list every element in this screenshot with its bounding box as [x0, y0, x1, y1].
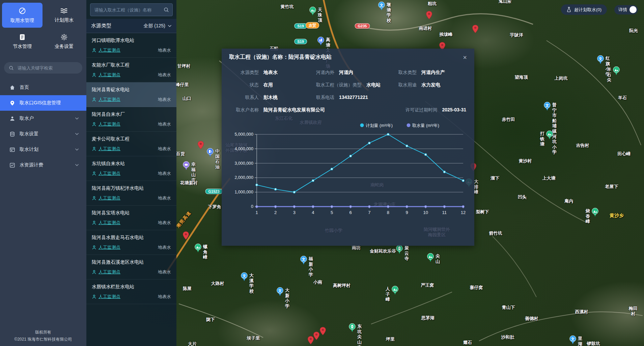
station-list-item[interactable]: 陆河县南万镇杞洋水电站 人工监测点 地表水: [86, 181, 176, 206]
app-tile-4[interactable]: 业务设置: [44, 29, 84, 54]
station-list-item[interactable]: 陆河县宝塔水电站 人工监测点 地表水: [86, 206, 176, 230]
monitor-point-link[interactable]: 人工监测点: [92, 146, 120, 152]
app-tile-3[interactable]: 节水管理: [2, 29, 43, 54]
billing-icon: [9, 162, 15, 168]
map-poi-school-icon[interactable]: 文福新小学: [300, 256, 307, 266]
station-list-item[interactable]: 陆河县激石溪老区水电站 人工监测点 地表水: [86, 255, 176, 280]
map-red-pin[interactable]: [313, 331, 320, 342]
station-name: 麦卡公司取水工程: [92, 136, 171, 142]
map-place-label: 田心嶂: [618, 151, 631, 157]
map-place-label: 百货: [176, 151, 185, 157]
map-poi-school-icon[interactable]: 文普宁市船埔镇 河坑小学: [543, 102, 551, 112]
app-tile-2[interactable]: 计划用水: [44, 3, 84, 28]
station-search[interactable]: [90, 3, 173, 16]
map-place-label: 溜下: [491, 176, 499, 181]
station-list-item[interactable]: 水唇镇水栏肚水电站 人工监测点 地表水: [86, 280, 176, 304]
monitor-point-link[interactable]: 人工监测点: [92, 170, 120, 177]
map-red-pin[interactable]: [183, 231, 189, 241]
map-poi-mountain-icon[interactable]: 打铁塘: [546, 130, 553, 141]
map-poi-school-icon[interactable]: 文大新小学: [276, 287, 284, 297]
map-place-label: 下罗角: [208, 204, 221, 210]
sidebar-search-input[interactable]: [17, 65, 78, 71]
map-place-label: 坝子里: [247, 336, 260, 341]
monitor-point-link[interactable]: 人工监测点: [92, 47, 120, 53]
monitor-point-link[interactable]: 人工监测点: [92, 269, 120, 275]
map-red-pin[interactable]: [426, 11, 432, 21]
station-list-item[interactable]: 东坑镇自来水站 人工监测点 地表水: [86, 156, 176, 181]
svg-text:文: 文: [278, 289, 282, 293]
station-list-item[interactable]: 陆河县青碇水电站 人工监测点 地表水: [86, 82, 176, 107]
svg-text:12: 12: [461, 210, 466, 215]
map-place-label: 严王窝: [421, 283, 434, 288]
sidebar-menu-item-2[interactable]: 取水口GIS信息管理: [0, 95, 86, 111]
map-poi-resort-icon[interactable]: 幸福山庄: [183, 161, 190, 171]
app-tile-1[interactable]: 取用水管理: [2, 3, 43, 28]
monitor-point-link[interactable]: 人工监测点: [92, 195, 120, 201]
map-red-pin[interactable]: [472, 25, 479, 35]
map-poi-mountain-icon[interactable]: 天珠顶: [309, 6, 316, 17]
over-plan-button[interactable]: 超计划取水(0): [561, 4, 607, 15]
monitor-point-link[interactable]: 人工监测点: [92, 97, 120, 103]
svg-text:11: 11: [442, 210, 447, 215]
map-place-label: 鬼山岽: [499, 0, 512, 4]
plan-vs-intake-chart: 01,000,0002,000,0003,000,0004,000,0005,0…: [230, 121, 466, 222]
station-list-item[interactable]: 陆河县水唇走马石水电站 人工监测点 地表水: [86, 230, 176, 255]
map-place-label: 老屋下: [605, 184, 618, 189]
map-place-label: 南进村: [419, 26, 432, 31]
svg-text:计划量 (m³/年): 计划量 (m³/年): [366, 123, 393, 128]
toggle-knob[interactable]: [629, 6, 637, 13]
map-poi-school-icon[interactable]: 文里湖小学: [569, 335, 577, 346]
map-poi-mountain-icon[interactable]: 尖山: [427, 253, 434, 263]
map-poi-mountain-icon[interactable]: 人子嶂: [391, 286, 399, 296]
map-place-label: 庵内: [564, 198, 573, 204]
map-place-label: 梨树下: [476, 209, 489, 215]
filter-dropdown[interactable]: 全部 (125): [143, 23, 172, 29]
chevron-down-icon: [75, 117, 79, 120]
sidebar-menu-item-6[interactable]: 水资源计费: [0, 157, 86, 173]
map-poi-label: 天珠顶: [318, 7, 322, 23]
monitor-point-link[interactable]: 人工监测点: [92, 220, 120, 226]
map-poi-school-icon[interactable]: 文大溪学校: [241, 272, 248, 283]
search-icon[interactable]: [164, 7, 169, 12]
station-list-item[interactable]: 陆河县自来水厂 人工监测点 地表水: [86, 107, 176, 132]
sidebar-menu-item-5[interactable]: 取水计划: [0, 142, 86, 157]
close-icon[interactable]: ×: [463, 54, 467, 61]
map-red-pin[interactable]: [197, 141, 204, 151]
chevron-down-icon: [168, 25, 172, 27]
road-badge: G235: [355, 23, 370, 29]
monitor-point-link[interactable]: 人工监测点: [92, 72, 120, 78]
map-poi-school-icon[interactable]: 文红旗小学: [597, 55, 604, 65]
map-poi-temple-icon[interactable]: 东坑尖山寺: [348, 323, 356, 334]
map-place-label: 望海顶: [515, 75, 528, 80]
sidebar-menu-item-4[interactable]: 取水设置: [0, 126, 86, 142]
station-list-item[interactable]: 友能水厂取水工程 人工监测点 地表水: [86, 58, 176, 82]
monitor-point-link[interactable]: 人工监测点: [92, 121, 120, 127]
person-icon: [92, 97, 96, 102]
map-poi-school-icon[interactable]: 文墩塘学校: [378, 1, 385, 12]
map-poi-mountain-icon[interactable]: 烧香嶂: [591, 208, 599, 218]
pin-icon: [9, 100, 15, 106]
map-red-pin[interactable]: [307, 336, 314, 346]
map-place-label: 大路村: [211, 281, 224, 286]
detail-toggle[interactable]: 详情: [614, 5, 638, 15]
map-place-label: 陇下: [206, 317, 215, 322]
sidebar-search[interactable]: [4, 62, 82, 74]
user-icon: [9, 116, 15, 122]
map-poi-mountain-icon[interactable]: 羊石尖: [613, 66, 620, 77]
station-list-item[interactable]: 河口镇唱歌潭水电站 人工监测点 地表水: [86, 33, 176, 58]
sidebar-menu-item-3[interactable]: 取水户: [0, 111, 86, 126]
map-poi-gas-icon[interactable]: 中国石油: [206, 148, 214, 158]
map-place-label: 上大塘: [542, 176, 556, 181]
monitor-point-link[interactable]: 人工监测点: [92, 244, 120, 250]
map-poi-building-icon[interactable]: 高塘文化广场: [317, 36, 325, 47]
map-poi-label: 里湖小学: [578, 336, 582, 346]
station-search-input[interactable]: [94, 7, 164, 13]
sidebar-menu-item-1[interactable]: 首页: [0, 80, 86, 95]
map-poi-mountain-icon[interactable]: 螺角嶂: [194, 243, 202, 254]
modal-fields: 水源类型地表水河道内外河道内取水类型河道内生产状态在用取水工程（设施）类型水电站…: [222, 65, 474, 120]
monitor-point-link[interactable]: 人工监测点: [92, 294, 120, 300]
map-red-pin[interactable]: [319, 327, 326, 337]
map-poi-temple-icon[interactable]: 聚云寺: [396, 245, 403, 255]
flask-icon: [566, 7, 571, 12]
station-list-item[interactable]: 麦卡公司取水工程 人工监测点 地表水: [86, 132, 176, 156]
